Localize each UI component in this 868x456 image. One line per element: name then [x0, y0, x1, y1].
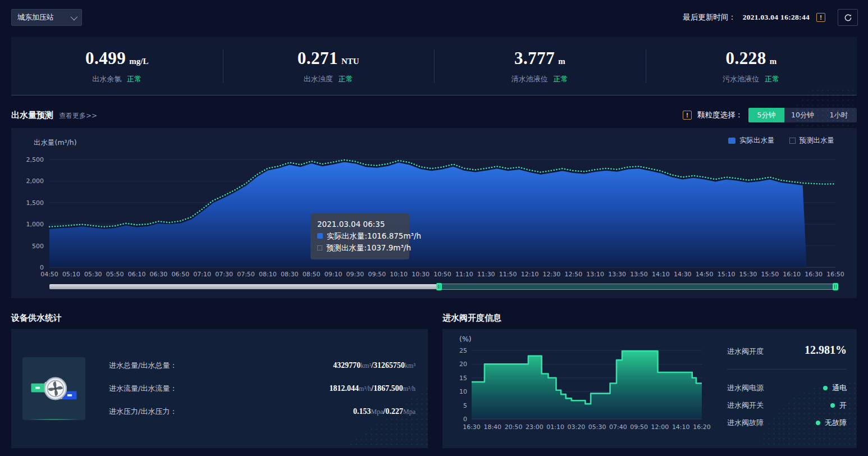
view-more-link[interactable]: 查看更多>>	[59, 111, 97, 121]
svg-text:14:50: 14:50	[696, 271, 714, 278]
kpi-sewage-level: 0.228m 污水池液位正常	[646, 37, 857, 95]
supply-row-flow: 进水流量/出水流量： 1812.044m³/h/1867.500m³/h	[109, 384, 415, 394]
svg-text:20: 20	[459, 361, 467, 368]
svg-text:10:50: 10:50	[433, 271, 451, 278]
datazoom-selected-range[interactable]	[439, 284, 835, 290]
granularity-selector: 5分钟 10分钟 1小时	[748, 108, 857, 122]
outflow-forecast-chart-panel[interactable]: 实际出水量 预测出水量 05001,0001,5002,0002,500出水量(…	[11, 128, 857, 298]
svg-text:10: 10	[459, 388, 467, 395]
station-select-value: 城东加压站	[17, 12, 54, 22]
granularity-option-10min[interactable]: 10分钟	[784, 108, 821, 122]
kpi-strip: 0.499mg/L 出水余氯正常 0.271NTU 出水浊度正常 3.777m …	[11, 37, 857, 95]
svg-text:12:00: 12:00	[651, 423, 669, 431]
supply-row-pressure: 进水压力/出水压力： 0.153Mpa/0.227Mpa	[109, 407, 415, 417]
svg-text:11:10: 11:10	[455, 271, 473, 278]
svg-text:14:10: 14:10	[672, 423, 690, 431]
supply-value-out: 31265750	[373, 361, 405, 370]
outflow-area-chart[interactable]: 05001,0001,5002,0002,500出水量(m³/h)04:5005…	[11, 128, 857, 281]
svg-text:07:50: 07:50	[237, 271, 255, 278]
station-select[interactable]: 城东加压站	[11, 9, 82, 26]
legend-label: 预测出水量	[800, 136, 835, 145]
svg-text:09:50: 09:50	[630, 423, 648, 431]
kpi-unit: m	[770, 57, 777, 66]
svg-text:2,000: 2,000	[26, 177, 44, 185]
svg-text:5: 5	[463, 402, 467, 409]
warning-icon: !	[816, 13, 825, 22]
svg-text:1,000: 1,000	[26, 221, 44, 228]
dashboard: 城东加压站 最后更新时间： 2021.03.04 16:28:44 ! 0.49…	[0, 0, 868, 456]
granularity-option-1hour[interactable]: 1小时	[821, 108, 857, 122]
supply-unit-in: km³	[360, 362, 371, 370]
svg-text:09:50: 09:50	[368, 271, 386, 278]
supply-row-total: 进水总量/出水总量： 4329770km³/31265750km³	[109, 361, 415, 371]
valve-opening-label: 进水阀开度	[727, 346, 764, 357]
svg-text:16:50: 16:50	[826, 271, 844, 278]
legend-predicted-outflow[interactable]: 预测出水量	[789, 136, 835, 145]
svg-text:07:40: 07:40	[609, 423, 627, 431]
supply-unit-out: m³/h	[403, 385, 415, 393]
svg-text:05:50: 05:50	[106, 271, 124, 278]
supply-value-in: 0.153	[353, 407, 371, 416]
status-dot-icon	[830, 403, 835, 408]
tooltip-predicted-text: 预测出水量:1037.9m³/h	[326, 242, 411, 254]
valve-status-value: 无故障	[825, 418, 847, 428]
svg-text:06:30: 06:30	[150, 271, 168, 278]
legend-solid-swatch-icon	[728, 138, 735, 144]
supply-value-in: 1812.044	[330, 384, 359, 393]
svg-text:10:10: 10:10	[390, 271, 408, 278]
svg-text:16:20: 16:20	[693, 423, 711, 431]
svg-text:10:30: 10:30	[412, 271, 430, 278]
valve-switch-row: 进水阀开关 开	[727, 400, 847, 411]
legend-label: 实际出水量	[739, 136, 775, 145]
valve-status-value: 开	[839, 400, 847, 411]
svg-text:07:30: 07:30	[215, 271, 233, 278]
kpi-clearwater-level: 3.777m 清水池液位正常	[434, 37, 646, 95]
kpi-turbidity: 0.271NTU 出水浊度正常	[223, 37, 435, 95]
svg-text:25: 25	[459, 347, 467, 354]
refresh-button[interactable]	[838, 9, 858, 26]
kpi-status-badge: 正常	[554, 74, 568, 84]
supply-stats-list: 进水总量/出水总量： 4329770km³/31265750km³ 进水流量/出…	[109, 361, 415, 417]
chevron-down-icon	[71, 13, 78, 20]
supply-unit-out: Mpa	[403, 408, 415, 416]
supply-row-label: 进水流量/出水流量：	[109, 384, 177, 394]
svg-text:01:10: 01:10	[546, 423, 564, 431]
granularity-option-5min[interactable]: 5分钟	[748, 108, 784, 122]
svg-text:15: 15	[459, 375, 467, 382]
valve-fault-row: 进水阀故障 无故障	[727, 418, 847, 428]
svg-text:1,500: 1,500	[26, 199, 44, 207]
topbar-right: 最后更新时间： 2021.03.04 16:28:44 !	[683, 9, 858, 26]
forecast-section-header: 出水量预测 查看更多>> ! 颗粒度选择： 5分钟 10分钟 1小时	[11, 108, 857, 122]
kpi-status-badge: 正常	[339, 74, 353, 84]
divider	[727, 369, 847, 370]
supply-unit-in: m³/h	[359, 385, 371, 393]
valve-status-label: 进水阀电源	[727, 383, 764, 393]
last-update-label: 最后更新时间：	[683, 12, 736, 22]
svg-text:出水量(m³/h): 出水量(m³/h)	[34, 138, 77, 147]
datazoom-left-handle[interactable]	[436, 283, 442, 290]
svg-text:11:50: 11:50	[499, 271, 517, 278]
svg-text:0: 0	[463, 416, 467, 423]
last-update-value: 2021.03.04 16:28:44	[743, 13, 810, 22]
status-dot-icon	[816, 421, 820, 425]
valve-info-column: 进水阀开度 12.981% 进水阀电源 通电 进水阀开关 开 进水阀故障 无故障	[715, 329, 857, 448]
kpi-label: 清水池液位	[511, 74, 548, 84]
svg-text:500: 500	[32, 243, 44, 250]
supply-stats-panel: 进水总量/出水总量： 4329770km³/31265750km³ 进水流量/出…	[11, 329, 428, 448]
pump-card	[22, 357, 85, 420]
datazoom-unselected-range[interactable]	[49, 284, 439, 289]
legend-dotted-swatch-icon	[789, 138, 796, 144]
supply-unit-in: Mpa	[371, 408, 383, 416]
datazoom-slider[interactable]	[49, 283, 835, 290]
svg-text:06:10: 06:10	[128, 271, 146, 278]
svg-text:(%): (%)	[459, 335, 472, 343]
pump-icon	[28, 363, 80, 414]
valve-info-panel: 0510152025(%)16:3018:4020:5023:0001:1003…	[442, 329, 857, 448]
top-bar: 城东加压站 最后更新时间： 2021.03.04 16:28:44 !	[0, 0, 868, 35]
valve-opening-step-chart[interactable]: 0510152025(%)16:3018:4020:5023:0001:1003…	[448, 334, 715, 446]
supply-row-label: 进水总量/出水总量：	[109, 361, 177, 371]
legend-actual-outflow[interactable]: 实际出水量	[728, 136, 775, 145]
svg-text:2,500: 2,500	[26, 156, 44, 163]
datazoom-right-handle[interactable]	[833, 283, 838, 290]
kpi-label: 出水浊度	[304, 74, 333, 84]
